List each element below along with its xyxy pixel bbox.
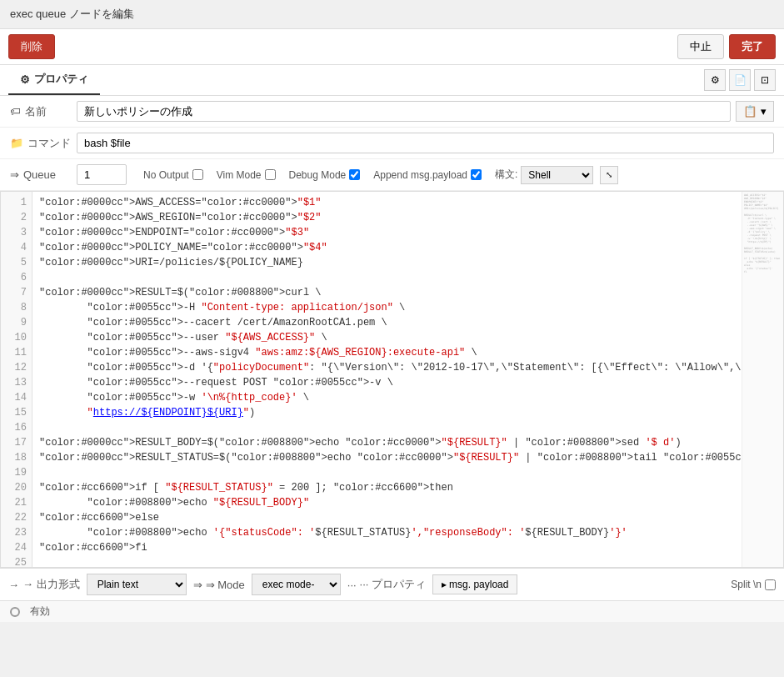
code-line: "color:#008800">echo "${RESULT_BODY}"	[39, 495, 777, 510]
status-bar: 有効	[0, 600, 784, 622]
queue-options: No Output Vim Mode Debug Mode Append msg…	[143, 166, 618, 184]
code-line: "color:#0000cc">RESULT=$("color:#008800"…	[39, 285, 777, 300]
queue-icon: ⇒	[10, 168, 19, 181]
no-output-checkbox[interactable]	[192, 169, 203, 180]
name-row: 🏷 名前 📋 ▾	[0, 96, 784, 128]
tab-bar: ⚙ プロパティ ⚙ 📄 ⊡	[0, 65, 784, 96]
code-line	[39, 420, 777, 435]
minimap: AWS_ACCESS="$1" AWS_REGION="$2" ENDPOINT…	[742, 192, 783, 567]
line-numbers: 1234567891011121314151617181920212223242…	[1, 192, 32, 567]
page-title: exec queue ノードを編集	[10, 8, 134, 20]
code-line: "color:#0055cc">--cacert /cert/AmazonRoo…	[39, 315, 777, 330]
code-line: "color:#0055cc">--user "${AWS_ACCESS}" \	[39, 330, 777, 345]
tag-icon: 🏷	[10, 105, 21, 118]
code-line: "color:#0055cc">--request POST "color:#0…	[39, 375, 777, 390]
title-bar: exec queue ノードを編集	[0, 0, 784, 29]
code-line: "color:#0000cc">ENDPOINT="color:#cc0000"…	[39, 225, 777, 240]
code-line: "color:#0000cc">RESULT_BODY=$("color:#00…	[39, 435, 777, 450]
code-line: "color:#0055cc">-H "Content-type: applic…	[39, 300, 777, 315]
mode-select[interactable]: exec mode- spawn mode	[252, 574, 341, 595]
append-msg-checkbox[interactable]	[471, 169, 482, 180]
prop-dots-icon: ···	[347, 579, 357, 591]
file-icon: 📁	[10, 137, 23, 149]
cancel-button[interactable]: 中止	[677, 34, 724, 59]
output-arrow-icon: →	[8, 579, 19, 591]
debug-mode-option: Debug Mode	[289, 169, 361, 181]
command-row: 📁 コマンド	[0, 128, 784, 159]
code-line: "color:#0000cc">AWS_REGION="color:#cc000…	[39, 210, 777, 225]
status-dot[interactable]	[10, 607, 20, 617]
copy-button[interactable]: 📋 ▾	[736, 101, 774, 122]
settings-icon-btn[interactable]: ⚙	[704, 69, 726, 91]
toolbar-right: 中止 完了	[677, 34, 776, 59]
code-line: "color:#0055cc">--aws-sigv4 "aws:amz:${A…	[39, 345, 777, 360]
toolbar-left: 削除	[8, 34, 55, 59]
doc-icon-btn[interactable]: 📄	[729, 69, 751, 91]
msg-payload-button[interactable]: ▸ msg. payload	[432, 574, 517, 594]
code-line: "color:#0000cc">URI=/policies/${POLICY_N…	[39, 255, 777, 270]
gear-small-icon: ⚙	[20, 73, 30, 86]
tab-icons: ⚙ 📄 ⊡	[704, 69, 776, 91]
command-label: 📁 コマンド	[10, 136, 77, 151]
code-line: "color:#0055cc">-w '\n%{http_code}' \	[39, 390, 777, 405]
output-format-select-container: Plain text JSON Buffer	[87, 574, 187, 595]
no-output-option: No Output	[143, 169, 203, 181]
properties-panel: 🏷 名前 📋 ▾ 📁 コマンド ⇒ Queue No Output	[0, 96, 784, 191]
code-line	[39, 555, 777, 567]
vim-mode-checkbox[interactable]	[265, 169, 276, 180]
vim-mode-option: Vim Mode	[217, 169, 276, 181]
code-content[interactable]: "color:#0000cc">AWS_ACCESS="color:#cc000…	[32, 192, 783, 567]
append-msg-option: Append msg.payload	[373, 169, 482, 181]
msg-arrow-icon: ▸	[442, 579, 447, 590]
output-bar: → → 出力形式 Plain text JSON Buffer ⇒ ⇒ Mode…	[0, 568, 784, 600]
syntax-select[interactable]: Shell JavaScript Python Plain Text	[521, 166, 593, 184]
code-container[interactable]: 1234567891011121314151617181920212223242…	[1, 192, 783, 567]
queue-row: ⇒ Queue No Output Vim Mode Debug Mode Ap…	[0, 159, 784, 191]
queue-input[interactable]	[77, 164, 127, 185]
expand-icon-btn[interactable]: ⊡	[754, 69, 776, 91]
code-line: "color:#0000cc">RESULT_STATUS=$("color:#…	[39, 450, 777, 465]
code-line: "color:#cc6600">fi	[39, 540, 777, 555]
mode-label: ⇒ ⇒ Mode	[193, 579, 245, 591]
code-line: "color:#0055cc">-d '{"policyDocument": "…	[39, 360, 777, 375]
command-input[interactable]	[77, 133, 774, 153]
debug-mode-checkbox[interactable]	[349, 169, 360, 180]
toolbar: 削除 中止 完了	[0, 29, 784, 65]
code-line	[39, 270, 777, 285]
mode-arrow-icon: ⇒	[193, 579, 202, 591]
split-checkbox[interactable]	[765, 579, 776, 590]
split-option: Split \n	[731, 579, 776, 590]
code-line: "https://${ENDPOINT}${URI}")	[39, 405, 777, 420]
syntax-select-container: 構文: Shell JavaScript Python Plain Text ⤡	[495, 166, 618, 184]
code-line: "color:#0000cc">POLICY_NAME="color:#cc00…	[39, 240, 777, 255]
output-format-label: → → 出力形式	[8, 577, 80, 592]
mode-select-container: exec mode- spawn mode	[252, 574, 341, 595]
code-line: "color:#cc6600">else	[39, 510, 777, 525]
command-input-container	[77, 133, 774, 153]
prop-label: ··· ··· プロパティ	[347, 577, 426, 592]
code-line: "color:#cc6600">if [ "${RESULT_STATUS}" …	[39, 480, 777, 495]
name-input[interactable]	[77, 101, 731, 122]
output-format-select[interactable]: Plain text JSON Buffer	[87, 574, 187, 595]
code-line: "color:#008800">echo '{"statusCode": '${…	[39, 525, 777, 540]
name-label: 🏷 名前	[10, 104, 77, 119]
code-editor: 1234567891011121314151617181920212223242…	[0, 191, 784, 568]
tab-properties[interactable]: ⚙ プロパティ	[8, 65, 100, 95]
code-line: "color:#0000cc">AWS_ACCESS="color:#cc000…	[39, 195, 777, 210]
code-line	[39, 465, 777, 480]
done-button[interactable]: 完了	[729, 34, 776, 59]
name-input-container: 📋 ▾	[77, 101, 774, 122]
delete-button[interactable]: 削除	[8, 34, 55, 59]
queue-label: ⇒ Queue	[10, 168, 77, 181]
syntax-expand-btn[interactable]: ⤡	[600, 166, 618, 184]
